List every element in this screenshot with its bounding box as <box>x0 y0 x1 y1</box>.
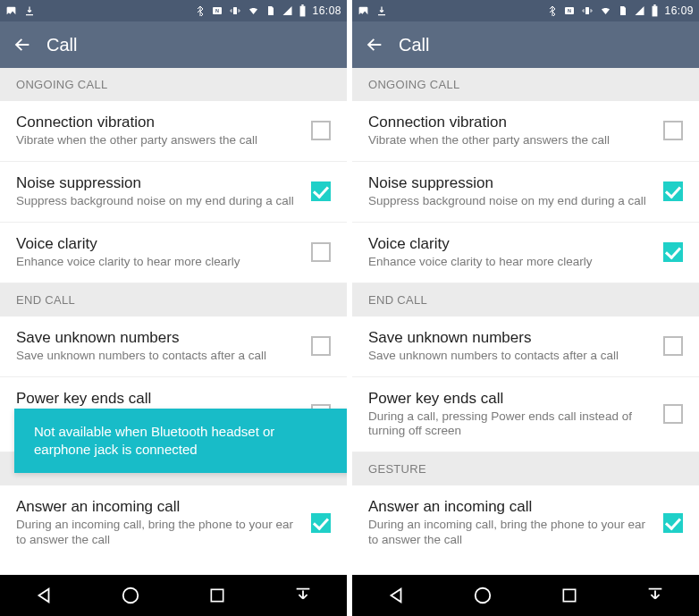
section-gesture: GESTURE <box>352 452 699 485</box>
setting-title: Answer an incoming call <box>16 498 302 516</box>
setting-title: Save unknown numbers <box>16 329 302 347</box>
setting-subtitle: During an incoming call, bring the phone… <box>368 518 654 548</box>
checkbox-connection-vibration[interactable] <box>311 121 331 140</box>
row-answer-incoming-call[interactable]: Answer an incoming call During an incomi… <box>352 485 699 561</box>
setting-title: Noise suppression <box>368 174 654 192</box>
nfc-icon: N <box>211 5 223 16</box>
nav-bar <box>0 575 347 616</box>
image-icon <box>358 5 369 17</box>
phone-screen-left: N 16:08 Call ONGOING CALL Connection vib… <box>0 0 347 616</box>
setting-subtitle: Vibrate when the other party answers the… <box>16 133 302 148</box>
section-end-call: END CALL <box>0 283 347 316</box>
setting-title: Power key ends call <box>16 390 302 408</box>
svg-text:N: N <box>215 8 219 13</box>
page-title: Call <box>46 35 77 55</box>
row-save-unknown-numbers[interactable]: Save unknown numbers Save unknown number… <box>352 316 699 377</box>
setting-subtitle: During an incoming call, bring the phone… <box>16 518 302 548</box>
row-connection-vibration[interactable]: Connection vibration Vibrate when the ot… <box>0 101 347 162</box>
nav-recent-icon[interactable] <box>560 586 578 604</box>
svg-rect-6 <box>211 589 223 601</box>
setting-title: Power key ends call <box>368 390 654 408</box>
phone-screen-right: N 16:09 Call ONGOING CALL Connection vib… <box>352 0 699 616</box>
checkbox-noise-suppression[interactable] <box>311 181 331 201</box>
setting-title: Voice clarity <box>368 235 654 253</box>
row-connection-vibration[interactable]: Connection vibration Vibrate when the ot… <box>352 101 699 162</box>
checkbox-voice-clarity[interactable] <box>311 242 331 262</box>
sim-icon <box>618 4 628 17</box>
download-icon <box>376 5 387 16</box>
nav-bar <box>352 575 699 616</box>
svg-rect-13 <box>563 589 575 601</box>
setting-title: Connection vibration <box>368 114 654 131</box>
bluetooth-icon <box>195 5 206 16</box>
setting-title: Noise suppression <box>16 174 302 192</box>
svg-point-5 <box>123 588 139 603</box>
image-icon <box>5 5 17 17</box>
vibrate-icon <box>229 5 241 16</box>
battery-icon <box>299 4 307 17</box>
nav-recent-icon[interactable] <box>208 586 226 604</box>
checkbox-answer-incoming[interactable] <box>663 513 683 533</box>
back-icon[interactable] <box>365 35 384 55</box>
setting-title: Answer an incoming call <box>368 498 654 516</box>
checkbox-noise-suppression[interactable] <box>663 181 683 201</box>
signal-icon <box>634 5 645 16</box>
setting-subtitle: Vibrate when the other party answers the… <box>368 133 654 148</box>
row-answer-incoming-call[interactable]: Answer an incoming call During an incomi… <box>0 485 347 561</box>
row-power-key-ends-call[interactable]: Power key ends call During a call, press… <box>352 377 699 453</box>
checkbox-voice-clarity[interactable] <box>663 242 683 262</box>
page-title: Call <box>399 35 429 55</box>
setting-subtitle: Enhance voice clarity to hear more clear… <box>368 255 654 270</box>
status-bar: N 16:09 <box>352 0 699 21</box>
svg-rect-4 <box>302 4 304 6</box>
settings-list[interactable]: ONGOING CALL Connection vibration Vibrat… <box>0 68 347 575</box>
setting-subtitle: Suppress background noise on my end duri… <box>368 194 654 209</box>
bluetooth-icon <box>547 5 558 16</box>
status-clock: 16:09 <box>664 4 694 17</box>
checkbox-answer-incoming[interactable] <box>311 513 331 533</box>
app-bar: Call <box>0 21 347 68</box>
row-save-unknown-numbers[interactable]: Save unknown numbers Save unknown number… <box>0 316 347 377</box>
setting-title: Connection vibration <box>16 114 302 131</box>
setting-subtitle: During a call, pressing Power ends call … <box>368 409 654 440</box>
nav-pulldown-icon[interactable] <box>293 586 313 605</box>
nav-back-icon[interactable] <box>34 586 54 605</box>
checkbox-save-unknown[interactable] <box>311 336 331 356</box>
setting-title: Voice clarity <box>16 235 302 253</box>
svg-rect-11 <box>654 4 656 6</box>
row-noise-suppression[interactable]: Noise suppression Suppress background no… <box>0 162 347 223</box>
section-end-call: END CALL <box>352 283 699 316</box>
row-voice-clarity[interactable]: Voice clarity Enhance voice clarity to h… <box>0 223 347 283</box>
nfc-icon: N <box>563 5 576 16</box>
nav-home-icon[interactable] <box>121 586 140 605</box>
setting-subtitle: Save unknown numbers to contacts after a… <box>16 349 302 364</box>
svg-text:N: N <box>568 8 571 13</box>
nav-home-icon[interactable] <box>473 586 493 605</box>
wifi-icon <box>247 5 260 16</box>
checkbox-connection-vibration[interactable] <box>663 121 683 140</box>
battery-icon <box>651 4 659 17</box>
back-icon[interactable] <box>13 35 32 55</box>
row-voice-clarity[interactable]: Voice clarity Enhance voice clarity to h… <box>352 223 699 283</box>
svg-rect-3 <box>300 6 306 17</box>
nav-back-icon[interactable] <box>386 586 406 605</box>
wifi-icon <box>599 5 612 16</box>
sim-icon <box>265 4 276 17</box>
settings-list[interactable]: ONGOING CALL Connection vibration Vibrat… <box>352 68 699 575</box>
app-bar: Call <box>352 21 699 68</box>
status-clock: 16:08 <box>312 4 341 17</box>
setting-title: Save unknown numbers <box>368 329 654 347</box>
checkbox-save-unknown[interactable] <box>663 336 683 356</box>
section-ongoing-call: ONGOING CALL <box>0 68 347 101</box>
nav-pulldown-icon[interactable] <box>645 586 665 605</box>
toast-message: Not available when Bluetooth headset or … <box>14 409 347 474</box>
checkbox-power-key[interactable] <box>663 404 683 424</box>
setting-subtitle: Suppress background noise on my end duri… <box>16 194 302 209</box>
signal-icon <box>282 5 293 16</box>
section-ongoing-call: ONGOING CALL <box>352 68 699 101</box>
status-bar: N 16:08 <box>0 0 347 21</box>
svg-rect-10 <box>653 6 658 17</box>
row-noise-suppression[interactable]: Noise suppression Suppress background no… <box>352 162 699 223</box>
setting-subtitle: Save unknown numbers to contacts after a… <box>368 349 654 364</box>
vibrate-icon <box>581 5 594 16</box>
